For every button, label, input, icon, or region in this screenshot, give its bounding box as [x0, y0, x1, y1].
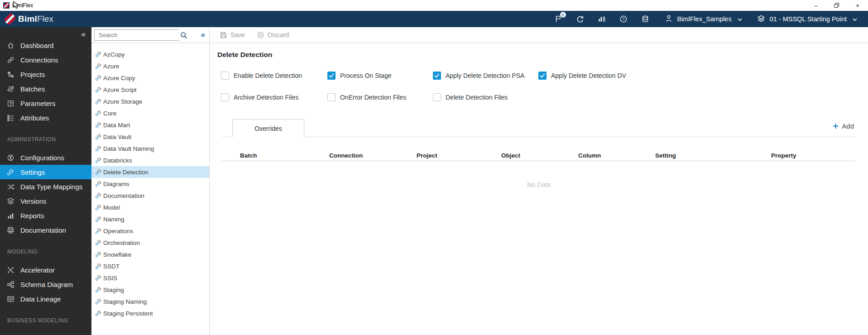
sidebar-item-batches[interactable]: Batches: [0, 81, 91, 96]
add-button[interactable]: Add: [833, 122, 854, 130]
settings-panel-header: «: [91, 27, 209, 43]
settings-list-item[interactable]: Staging: [91, 284, 209, 296]
sidebar-item-data-type-mappings[interactable]: Data Type Mappings: [0, 179, 91, 194]
sidebar-item-schema-diagram[interactable]: Schema Diagram: [0, 277, 91, 292]
settings-list-item[interactable]: Azure Storage: [91, 96, 209, 107]
settings-list-item[interactable]: Orchestration: [91, 237, 209, 249]
settings-list-item[interactable]: Azure Copy: [91, 72, 209, 84]
database-button[interactable]: [641, 14, 650, 24]
help-button[interactable]: ?: [619, 14, 628, 24]
sidebar-item-parameters[interactable]: Parameters: [0, 96, 91, 110]
sidebar-item-settings[interactable]: Settings: [0, 165, 91, 179]
sidebar-item-dashboard[interactable]: Dashboard: [0, 38, 91, 53]
settings-list-item[interactable]: Azure: [91, 60, 209, 72]
save-floppy-icon: [220, 31, 227, 39]
sidebar-item-connections[interactable]: Connections: [0, 53, 91, 67]
gear-duo-icon: [95, 169, 101, 175]
settings-list-item[interactable]: SSDT: [91, 260, 209, 272]
settings-list-item[interactable]: Azure Script: [91, 84, 209, 96]
sidebar-item-reports[interactable]: Reports: [0, 208, 91, 223]
checkbox[interactable]: [327, 72, 336, 80]
sidebar-item-versions[interactable]: Versions: [0, 194, 91, 208]
settings-list-item[interactable]: Diagrams: [91, 178, 209, 190]
checkbox[interactable]: [327, 93, 336, 101]
gear-duo-icon: [95, 239, 101, 246]
brand-flex: Flex: [37, 14, 53, 24]
checkbox-field[interactable]: Archive Detection Files: [221, 93, 298, 101]
table-column-header[interactable]: Property: [753, 152, 856, 159]
sidebar-item-data-lineage[interactable]: Data Lineage: [0, 292, 91, 306]
bimlflex-app-icon: [3, 2, 10, 9]
settings-item-label: Databricks: [103, 157, 132, 164]
table-column-header[interactable]: Project: [398, 152, 483, 159]
restore-button[interactable]: [826, 0, 847, 11]
settings-list-item[interactable]: Staging Persistent: [91, 307, 209, 319]
checkbox-field[interactable]: Apply Delete Detection DV: [538, 72, 626, 80]
settings-item-label: Naming: [103, 216, 125, 223]
table-column-header[interactable]: Object: [483, 152, 560, 159]
search-box: [94, 29, 179, 41]
search-icon[interactable]: [180, 32, 187, 39]
checkbox-row-1: Enable Delete Detection Process On Stage: [210, 72, 868, 81]
environment-menu[interactable]: 01 - MSSQL Starting Point: [757, 14, 857, 24]
bimlflex-logo-icon: [5, 14, 15, 24]
close-button[interactable]: ×: [847, 0, 868, 11]
checkbox-field[interactable]: Delete Detection Files: [433, 93, 508, 101]
settings-list-item[interactable]: Model: [91, 201, 209, 213]
minimize-button[interactable]: –: [806, 0, 826, 11]
settings-list-item[interactable]: Documentation: [91, 190, 209, 201]
gear-duo-icon: [95, 122, 101, 128]
save-button[interactable]: Save: [220, 31, 245, 39]
table-column-header[interactable]: Setting: [637, 152, 753, 159]
refresh-button[interactable]: [575, 14, 585, 24]
checkbox[interactable]: [221, 72, 229, 80]
settings-item-label: Azure Storage: [103, 98, 142, 105]
checkbox[interactable]: [221, 93, 229, 101]
gear-duo-icon: [95, 228, 101, 234]
settings-list-item[interactable]: Data Mart: [91, 119, 209, 131]
account-menu[interactable]: BimlFlex_Samples: [664, 14, 742, 24]
sidebar-item-configurations[interactable]: Configurations: [0, 150, 91, 165]
settings-list-item[interactable]: Data Vault Naming: [91, 143, 209, 154]
settings-list-item[interactable]: Snowflake: [91, 249, 209, 260]
settings-list-item[interactable]: Naming: [91, 213, 209, 225]
gear-duo-icon: [95, 192, 101, 199]
checkbox-label: Archive Detection Files: [234, 94, 298, 101]
settings-list-item[interactable]: Delete Detection: [91, 166, 209, 178]
sidebar-item-projects[interactable]: Projects: [0, 67, 91, 81]
settings-list-item[interactable]: Operations: [91, 225, 209, 237]
table-column-header[interactable]: Batch: [222, 152, 311, 159]
checkbox-field[interactable]: Process On Stage: [327, 72, 392, 80]
checkbox-field[interactable]: Apply Delete Detection PSA: [433, 72, 524, 80]
sidebar-collapse-button[interactable]: «: [82, 30, 86, 39]
table-column-header[interactable]: Connection: [311, 152, 398, 159]
notifications-button[interactable]: 1: [554, 14, 563, 24]
overrides-table-header: Batch Connection Project Object Column S…: [222, 150, 856, 161]
panel-collapse-button[interactable]: «: [201, 30, 205, 39]
mouse-cursor: [13, 1, 19, 9]
settings-item-label: Operations: [103, 228, 133, 234]
schema-diagram-icon: [7, 281, 14, 288]
discard-button[interactable]: Discard: [257, 31, 289, 39]
settings-list-item[interactable]: AzCopy: [91, 48, 209, 60]
settings-item-label: Staging: [103, 287, 124, 293]
tab-overrides[interactable]: Overrides: [232, 119, 304, 137]
settings-list-item[interactable]: Core: [91, 107, 209, 119]
checkbox[interactable]: [433, 72, 441, 80]
checkbox[interactable]: [538, 72, 547, 80]
table-column-header[interactable]: Column: [560, 152, 637, 159]
checkbox-field[interactable]: OnError Detection Files: [327, 93, 406, 101]
home-icon: [7, 42, 14, 49]
sidebar-item-documentation[interactable]: Documentation: [0, 223, 91, 237]
settings-list-item[interactable]: Staging Naming: [91, 296, 209, 307]
analytics-button[interactable]: [597, 14, 606, 24]
checkbox-field[interactable]: Enable Delete Detection: [221, 72, 302, 80]
checkbox-label: Enable Delete Detection: [234, 72, 302, 79]
settings-list-item[interactable]: Data Vault: [91, 131, 209, 143]
sidebar-item-accelerator[interactable]: Accelerator: [0, 263, 91, 277]
settings-list-item[interactable]: SSIS: [91, 272, 209, 284]
sidebar-item-attributes[interactable]: Attributes: [0, 110, 91, 125]
checkbox[interactable]: [433, 93, 441, 101]
search-input[interactable]: [95, 30, 180, 40]
settings-list-item[interactable]: Databricks: [91, 154, 209, 166]
